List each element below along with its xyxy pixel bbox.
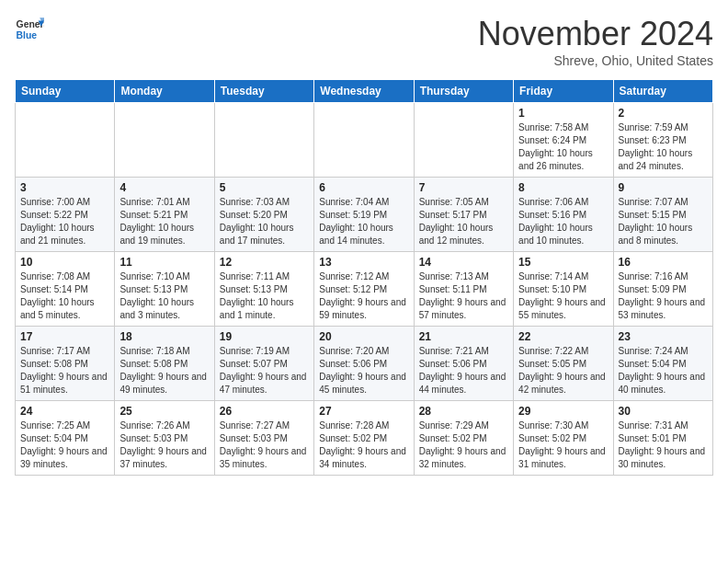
day-number: 24: [20, 405, 109, 418]
day-info: Sunrise: 7:04 AM Sunset: 5:19 PM Dayligh…: [319, 196, 408, 247]
day-info: Sunrise: 7:21 AM Sunset: 5:06 PM Dayligh…: [419, 345, 508, 396]
location: Shreve, Ohio, United States: [478, 53, 713, 68]
day-info: Sunrise: 7:05 AM Sunset: 5:17 PM Dayligh…: [419, 196, 508, 247]
calendar-cell: 7Sunrise: 7:05 AM Sunset: 5:17 PM Daylig…: [414, 178, 513, 252]
day-info: Sunrise: 7:06 AM Sunset: 5:16 PM Dayligh…: [518, 196, 608, 247]
calendar-cell: 30Sunrise: 7:31 AM Sunset: 5:01 PM Dayli…: [613, 401, 712, 476]
day-number: 12: [220, 256, 309, 269]
calendar-cell: [115, 103, 214, 178]
calendar-header-row: SundayMondayTuesdayWednesdayThursdayFrid…: [16, 80, 713, 103]
day-number: 17: [20, 330, 109, 343]
day-number: 29: [518, 405, 608, 418]
calendar-cell: 28Sunrise: 7:29 AM Sunset: 5:02 PM Dayli…: [414, 401, 513, 476]
day-number: 27: [319, 405, 408, 418]
day-info: Sunrise: 7:11 AM Sunset: 5:13 PM Dayligh…: [220, 270, 309, 322]
day-info: Sunrise: 7:07 AM Sunset: 5:15 PM Dayligh…: [619, 196, 708, 247]
calendar-cell: 25Sunrise: 7:26 AM Sunset: 5:03 PM Dayli…: [115, 401, 214, 476]
calendar-week-5: 24Sunrise: 7:25 AM Sunset: 5:04 PM Dayli…: [16, 401, 713, 476]
calendar-cell: 10Sunrise: 7:08 AM Sunset: 5:14 PM Dayli…: [16, 252, 115, 327]
calendar-cell: 24Sunrise: 7:25 AM Sunset: 5:04 PM Dayli…: [16, 401, 115, 476]
calendar-cell: 16Sunrise: 7:16 AM Sunset: 5:09 PM Dayli…: [613, 252, 712, 327]
day-info: Sunrise: 7:13 AM Sunset: 5:11 PM Dayligh…: [419, 270, 508, 322]
day-number: 16: [619, 256, 708, 269]
calendar-cell: 5Sunrise: 7:03 AM Sunset: 5:20 PM Daylig…: [214, 178, 313, 252]
day-info: Sunrise: 7:00 AM Sunset: 5:22 PM Dayligh…: [20, 196, 109, 247]
day-number: 30: [619, 405, 708, 418]
calendar-cell: 9Sunrise: 7:07 AM Sunset: 5:15 PM Daylig…: [613, 178, 712, 252]
calendar-cell: 21Sunrise: 7:21 AM Sunset: 5:06 PM Dayli…: [414, 327, 513, 401]
title-block: November 2024 Shreve, Ohio, United State…: [478, 15, 713, 68]
logo-icon: General Blue: [15, 15, 44, 44]
calendar-cell: 4Sunrise: 7:01 AM Sunset: 5:21 PM Daylig…: [115, 178, 214, 252]
calendar-week-4: 17Sunrise: 7:17 AM Sunset: 5:08 PM Dayli…: [16, 327, 713, 401]
calendar-header-sunday: Sunday: [16, 80, 115, 103]
day-number: 4: [119, 181, 209, 194]
calendar-cell: 14Sunrise: 7:13 AM Sunset: 5:11 PM Dayli…: [414, 252, 513, 327]
day-info: Sunrise: 7:59 AM Sunset: 6:23 PM Dayligh…: [619, 121, 708, 173]
calendar-cell: 8Sunrise: 7:06 AM Sunset: 5:16 PM Daylig…: [514, 178, 613, 252]
calendar-cell: 15Sunrise: 7:14 AM Sunset: 5:10 PM Dayli…: [514, 252, 613, 327]
day-number: 3: [20, 181, 109, 194]
day-info: Sunrise: 7:16 AM Sunset: 5:09 PM Dayligh…: [619, 270, 708, 322]
svg-text:Blue: Blue: [17, 30, 38, 40]
calendar-cell: 23Sunrise: 7:24 AM Sunset: 5:04 PM Dayli…: [613, 327, 712, 401]
day-info: Sunrise: 7:01 AM Sunset: 5:21 PM Dayligh…: [119, 196, 209, 247]
calendar-header-saturday: Saturday: [613, 80, 712, 103]
calendar-header-tuesday: Tuesday: [214, 80, 313, 103]
day-info: Sunrise: 7:27 AM Sunset: 5:03 PM Dayligh…: [220, 419, 309, 471]
day-number: 20: [319, 330, 408, 343]
day-info: Sunrise: 7:30 AM Sunset: 5:02 PM Dayligh…: [518, 419, 608, 471]
day-info: Sunrise: 7:10 AM Sunset: 5:13 PM Dayligh…: [119, 270, 209, 322]
day-number: 26: [220, 405, 309, 418]
calendar-cell: 12Sunrise: 7:11 AM Sunset: 5:13 PM Dayli…: [214, 252, 313, 327]
day-info: Sunrise: 7:58 AM Sunset: 6:24 PM Dayligh…: [518, 121, 608, 173]
day-number: 13: [319, 256, 408, 269]
day-info: Sunrise: 7:22 AM Sunset: 5:05 PM Dayligh…: [518, 345, 608, 396]
calendar-week-2: 3Sunrise: 7:00 AM Sunset: 5:22 PM Daylig…: [16, 178, 713, 252]
day-number: 28: [419, 405, 508, 418]
calendar-header-thursday: Thursday: [414, 80, 513, 103]
day-number: 7: [419, 181, 508, 194]
calendar-cell: [16, 103, 115, 178]
day-number: 5: [220, 181, 309, 194]
day-info: Sunrise: 7:17 AM Sunset: 5:08 PM Dayligh…: [20, 345, 109, 396]
day-number: 8: [518, 181, 608, 194]
calendar-cell: 11Sunrise: 7:10 AM Sunset: 5:13 PM Dayli…: [115, 252, 214, 327]
day-number: 25: [119, 405, 209, 418]
day-info: Sunrise: 7:24 AM Sunset: 5:04 PM Dayligh…: [619, 345, 708, 396]
calendar-header-wednesday: Wednesday: [314, 80, 414, 103]
calendar-cell: 3Sunrise: 7:00 AM Sunset: 5:22 PM Daylig…: [16, 178, 115, 252]
day-number: 2: [619, 107, 708, 120]
calendar-week-1: 1Sunrise: 7:58 AM Sunset: 6:24 PM Daylig…: [16, 103, 713, 178]
calendar-cell: 22Sunrise: 7:22 AM Sunset: 5:05 PM Dayli…: [514, 327, 613, 401]
calendar-cell: 17Sunrise: 7:17 AM Sunset: 5:08 PM Dayli…: [16, 327, 115, 401]
day-number: 21: [419, 330, 508, 343]
month-title: November 2024: [478, 15, 713, 53]
day-number: 10: [20, 256, 109, 269]
day-number: 6: [319, 181, 408, 194]
day-info: Sunrise: 7:28 AM Sunset: 5:02 PM Dayligh…: [319, 419, 408, 471]
day-info: Sunrise: 7:29 AM Sunset: 5:02 PM Dayligh…: [419, 419, 508, 471]
day-info: Sunrise: 7:31 AM Sunset: 5:01 PM Dayligh…: [619, 419, 708, 471]
calendar-header-friday: Friday: [514, 80, 613, 103]
calendar-cell: [314, 103, 414, 178]
day-number: 9: [619, 181, 708, 194]
day-number: 15: [518, 256, 608, 269]
day-number: 1: [518, 107, 608, 120]
calendar-cell: 26Sunrise: 7:27 AM Sunset: 5:03 PM Dayli…: [214, 401, 313, 476]
calendar-cell: 20Sunrise: 7:20 AM Sunset: 5:06 PM Dayli…: [314, 327, 414, 401]
calendar-cell: 27Sunrise: 7:28 AM Sunset: 5:02 PM Dayli…: [314, 401, 414, 476]
day-number: 11: [119, 256, 209, 269]
day-info: Sunrise: 7:03 AM Sunset: 5:20 PM Dayligh…: [220, 196, 309, 247]
day-info: Sunrise: 7:08 AM Sunset: 5:14 PM Dayligh…: [20, 270, 109, 322]
page-header: General Blue November 2024 Shreve, Ohio,…: [15, 15, 713, 68]
day-info: Sunrise: 7:14 AM Sunset: 5:10 PM Dayligh…: [518, 270, 608, 322]
calendar-cell: 19Sunrise: 7:19 AM Sunset: 5:07 PM Dayli…: [214, 327, 313, 401]
calendar-week-3: 10Sunrise: 7:08 AM Sunset: 5:14 PM Dayli…: [16, 252, 713, 327]
calendar-cell: [214, 103, 313, 178]
day-number: 22: [518, 330, 608, 343]
calendar-cell: [414, 103, 513, 178]
calendar-header-monday: Monday: [115, 80, 214, 103]
calendar-cell: 2Sunrise: 7:59 AM Sunset: 6:23 PM Daylig…: [613, 103, 712, 178]
calendar-cell: 1Sunrise: 7:58 AM Sunset: 6:24 PM Daylig…: [514, 103, 613, 178]
